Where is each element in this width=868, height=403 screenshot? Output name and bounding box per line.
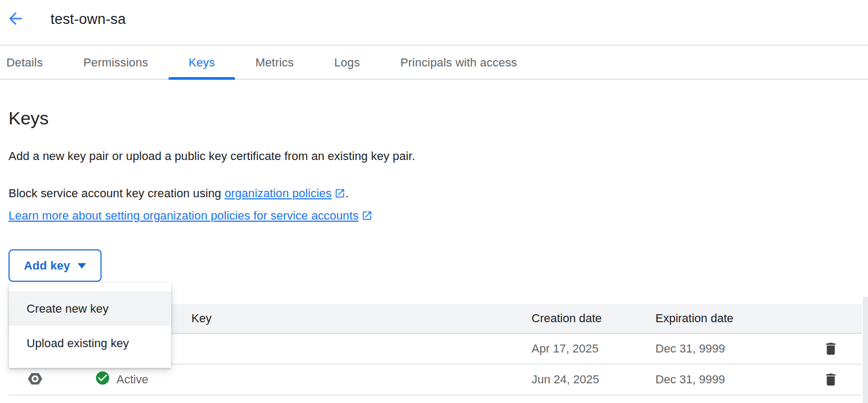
policy-text-suffix: . <box>345 187 349 200</box>
open-in-new-icon[interactable] <box>361 207 373 228</box>
tab-bar: Details Permissions Keys Metrics Logs Pr… <box>0 47 868 80</box>
arrow-back-icon <box>6 22 25 30</box>
scrollbar[interactable] <box>863 297 868 403</box>
intro-text: Add a new key pair or upload a public ke… <box>9 149 415 163</box>
menu-item-upload-existing-key[interactable]: Upload existing key <box>9 326 171 360</box>
page-header: test-own-sa <box>0 0 868 46</box>
add-key-button-label: Add key <box>24 259 70 273</box>
page-title: test-own-sa <box>50 11 126 28</box>
organization-policies-link[interactable]: organization policies <box>224 187 331 200</box>
tab-logs[interactable]: Logs <box>314 47 381 79</box>
tab-details[interactable]: Details <box>0 47 63 79</box>
expiration-date-cell: Dec 31, 9999 <box>647 373 771 387</box>
delete-key-button[interactable] <box>823 341 839 357</box>
learn-more-link[interactable]: Learn more about setting organization po… <box>9 209 359 222</box>
policy-text-prefix: Block service account key creation using <box>9 187 224 200</box>
header-cell-expiration-date: Expiration date <box>647 312 771 325</box>
trash-icon <box>823 381 839 389</box>
back-button[interactable] <box>5 9 26 29</box>
creation-date-cell: Jun 24, 2025 <box>523 373 647 387</box>
add-key-menu: Create new key Upload existing key <box>9 283 171 368</box>
check-circle-icon <box>95 370 111 389</box>
tab-keys[interactable]: Keys <box>168 47 235 79</box>
section-heading: Keys <box>9 108 49 129</box>
tab-metrics[interactable]: Metrics <box>235 47 314 79</box>
service-account-key-icon <box>27 371 44 389</box>
tab-principals-with-access[interactable]: Principals with access <box>380 47 537 79</box>
delete-key-button[interactable] <box>823 372 839 388</box>
table-row: Active Jun 24, 2025 Dec 31, 9999 <box>9 365 862 396</box>
status-cell: Active <box>62 370 184 389</box>
tab-permissions[interactable]: Permissions <box>63 47 168 79</box>
policy-text: Block service account key creation using… <box>9 183 373 228</box>
chevron-down-icon <box>78 263 86 268</box>
add-key-button[interactable]: Add key <box>9 249 102 282</box>
header-cell-key: Key <box>184 312 523 325</box>
creation-date-cell: Apr 17, 2025 <box>523 342 647 356</box>
expiration-date-cell: Dec 31, 9999 <box>647 342 771 356</box>
trash-icon <box>823 350 839 358</box>
menu-item-create-new-key[interactable]: Create new key <box>9 291 171 326</box>
status-badge: Active <box>116 373 148 387</box>
key-icon-cell <box>9 371 62 389</box>
open-in-new-icon[interactable] <box>334 184 345 205</box>
header-cell-creation-date: Creation date <box>523 312 647 325</box>
